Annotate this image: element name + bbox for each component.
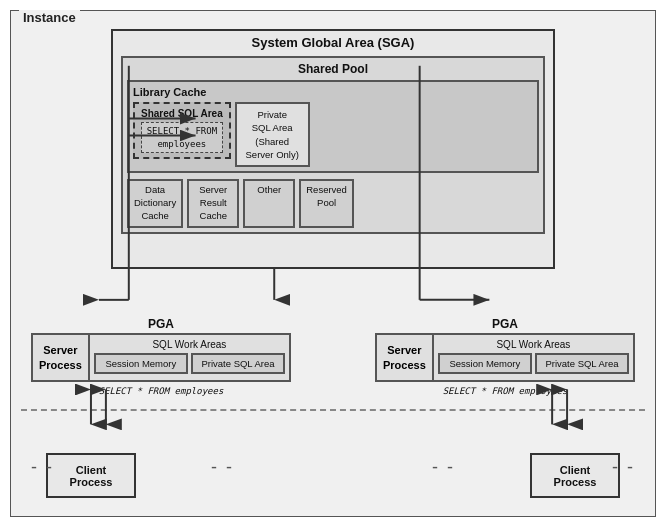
dashed-separator: [21, 409, 645, 411]
client-process-left: ClientProcess: [46, 453, 136, 498]
library-cache-label: Library Cache: [133, 86, 533, 98]
instance-box: Instance System Global Area (SGA) Shared…: [10, 10, 656, 517]
server-process-right: ServerProcess: [377, 335, 434, 380]
pga-cell-private-right: Private SQL Area: [535, 353, 629, 374]
pga-box-left: ServerProcess SQL Work Areas Session Mem…: [31, 333, 291, 382]
pga-cell-session-left: Session Memory: [94, 353, 188, 374]
shared-sql-area-label: Shared SQL Area: [141, 108, 223, 119]
pga-inner-left: SQL Work Areas Session Memory Private SQ…: [90, 335, 289, 380]
sga-box: System Global Area (SGA) Shared Pool Lib…: [111, 29, 555, 269]
pga-cell-private-left: Private SQL Area: [191, 353, 285, 374]
shared-pool-bottom: DataDictionaryCache ServerResultCache Ot…: [127, 179, 539, 227]
dots-right: - -: [612, 457, 635, 478]
private-sql-area-text: PrivateSQL Area(SharedServer Only): [246, 109, 299, 160]
instance-label: Instance: [19, 10, 80, 25]
pga-cell-session-right: Session Memory: [438, 353, 532, 374]
pga-box-right: ServerProcess SQL Work Areas Session Mem…: [375, 333, 635, 382]
pga-inner-cells-right: Session Memory Private SQL Area: [438, 353, 629, 374]
library-cache-box: Library Cache Shared SQL Area SELECT * F…: [127, 80, 539, 173]
pga-label-right: PGA: [375, 317, 635, 331]
pga-inner-right: SQL Work Areas Session Memory Private SQ…: [434, 335, 633, 380]
pga-inner-cells-left: Session Memory Private SQL Area: [94, 353, 285, 374]
shared-pool-box: Shared Pool Library Cache Shared SQL Are…: [121, 56, 545, 234]
sp-cell-server-result: ServerResultCache: [187, 179, 239, 227]
sp-cell-other: Other: [243, 179, 295, 227]
dots-left: - -: [31, 457, 54, 478]
select-text-left: SELECT * FROM employees: [31, 386, 291, 396]
sp-cell-reserved: ReservedPool: [299, 179, 354, 227]
dots-center-right: - -: [432, 457, 455, 478]
sp-cell-data-dict: DataDictionaryCache: [127, 179, 183, 227]
sql-work-areas-right: SQL Work Areas: [438, 339, 629, 350]
pga-section-right: PGA ServerProcess SQL Work Areas Session…: [375, 317, 635, 396]
shared-pool-label: Shared Pool: [127, 62, 539, 76]
server-process-left: ServerProcess: [33, 335, 90, 380]
shared-sql-area: Shared SQL Area SELECT * FROMemployees: [133, 102, 231, 159]
private-sql-area-box: PrivateSQL Area(SharedServer Only): [235, 102, 310, 167]
client-process-right: ClientProcess: [530, 453, 620, 498]
sql-text: SELECT * FROMemployees: [141, 122, 223, 153]
pga-label-left: PGA: [31, 317, 291, 331]
library-cache-inner: Shared SQL Area SELECT * FROMemployees P…: [133, 102, 533, 167]
dots-center-left: - -: [211, 457, 234, 478]
pga-section-left: PGA ServerProcess SQL Work Areas Session…: [31, 317, 291, 396]
select-text-right: SELECT * FROM employees: [375, 386, 635, 396]
sga-label: System Global Area (SGA): [113, 31, 553, 52]
sql-work-areas-left: SQL Work Areas: [94, 339, 285, 350]
diagram-wrapper: Instance System Global Area (SGA) Shared…: [0, 0, 666, 527]
